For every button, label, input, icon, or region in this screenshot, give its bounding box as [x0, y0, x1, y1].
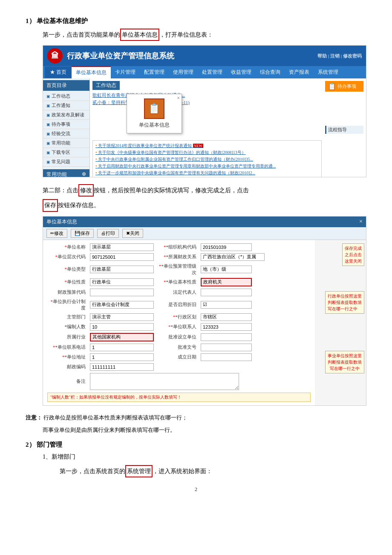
- main-area: 首页目录 工作动态 工作通知 政策发布及解读 待办事项 经验交流 常用功能 下载…: [43, 78, 366, 177]
- page-number: 2: [26, 486, 366, 493]
- notice6[interactable]: 关于正式实施行政事业单位资产管理信息系统的通知（财办[2009]39号）: [95, 176, 319, 177]
- notice3[interactable]: 关于中央行政事业单位附属企业国有资产管理工作归口管理的通知（财办[2010]35…: [95, 156, 319, 163]
- nav-danwei[interactable]: 单位基本信息: [72, 66, 111, 78]
- step2-modify-text: 修改: [80, 187, 92, 194]
- sidebar-item-faq[interactable]: 常见问题: [43, 157, 89, 167]
- input-dwccdd[interactable]: [90, 253, 154, 261]
- input-clrq[interactable]: [201, 353, 252, 361]
- input-lxr[interactable]: [201, 323, 252, 331]
- nav-home[interactable]: ★ 首页: [45, 66, 72, 78]
- input-ssczzl[interactable]: [201, 253, 265, 261]
- step2-modify-box: 修改: [78, 184, 94, 197]
- page-number-text: 2: [195, 486, 198, 492]
- screenshot1: 🏛 行政事业单位资产管理信息系统 帮助 | 注销 | 修改密码 ★ 首页 单位基…: [43, 45, 366, 177]
- sys-logo: 🏛: [47, 48, 63, 64]
- label-lxdh: *单位联系电话: [47, 344, 86, 350]
- sidebar-item-work[interactable]: 工作动态: [43, 92, 89, 101]
- step1-paragraph: 第一步，点击首页功能菜单的单位基本信息，打开单位信息表：: [43, 29, 366, 41]
- close-button[interactable]: ✖关闭: [122, 229, 143, 238]
- nav-dispose[interactable]: 处置管理: [198, 66, 227, 78]
- label-clrq: 成立日期: [158, 354, 196, 360]
- modify-button[interactable]: ✏修改: [46, 229, 67, 238]
- label-dwxz: 单位性质: [47, 279, 86, 285]
- input-dwxz[interactable]: [90, 278, 154, 286]
- step2-end: 按钮保存信息。: [58, 202, 100, 208]
- input-yzbm[interactable]: [90, 363, 154, 371]
- label-zzjgdm: *组织机构代码: [158, 244, 196, 250]
- input-danweimc[interactable]: [90, 243, 154, 251]
- form-row-10: *单位联系电话 批准文号: [47, 344, 311, 351]
- nav-query[interactable]: 综合查询: [256, 66, 285, 78]
- sys-title: 行政事业单位资产管理信息系统: [67, 51, 174, 61]
- label-zhijzd: 单位执行会计制度: [47, 298, 86, 311]
- form-warning: "编制人数"栏：如果填报单位没有规定编制的，按单位实际人数填写！: [47, 393, 311, 402]
- input-ysjl[interactable]: [201, 266, 252, 273]
- section2-sub1-text: 1、新增部门: [43, 454, 75, 460]
- nav-card[interactable]: 卡片管理: [111, 66, 140, 78]
- notice2[interactable]: 关于印发《中央级事业单位国有资产管理暂行办法》的通知（财政[2008]13号）: [95, 149, 319, 156]
- notice5[interactable]: 关于进一步规范和加强中央级事业单位国有资产管理有关问题的通知（财政[2010]2…: [95, 170, 319, 176]
- input-xzqh[interactable]: [201, 313, 252, 321]
- annotation-admin: 行政单位按照这里 判断报表提取数填 写在哪一行之中: [325, 291, 364, 314]
- step1-end-text: ，打开单位信息表：: [159, 32, 213, 38]
- input-fddbr[interactable]: [201, 289, 252, 296]
- form-row-8: *编制人数 *单位联系人: [47, 323, 311, 331]
- nav-sys[interactable]: 系统管理: [314, 66, 343, 78]
- section2-title: 2） 部门管理: [26, 441, 366, 449]
- label-bzrs: *编制人数: [47, 324, 86, 330]
- form-row-9: 所属行业 批准设立单位: [47, 333, 311, 341]
- sys-top-links: 帮助 | 注销 | 修改密码: [317, 53, 362, 59]
- nav-revenue[interactable]: 收益管理: [227, 66, 256, 78]
- step1-link-text: 单位基本信息: [122, 32, 158, 38]
- form-toolbar: ✏修改 💾保存 🖨打印 ✖关闭: [43, 227, 366, 240]
- section1-title: 1） 单位基本信息维护: [26, 17, 366, 25]
- input-bz[interactable]: [90, 373, 239, 390]
- input-pzsldw[interactable]: [201, 333, 252, 341]
- input-lxdh[interactable]: [90, 344, 154, 351]
- print-button[interactable]: 🖨打印: [97, 229, 119, 238]
- input-zgbm[interactable]: [90, 313, 154, 321]
- nav-report[interactable]: 资产报表: [285, 66, 314, 78]
- save-button[interactable]: 💾保存: [71, 229, 94, 238]
- input-dwdz[interactable]: [90, 353, 154, 361]
- form-close-x[interactable]: ×: [359, 218, 363, 225]
- section2-step1: 第一步，点击系统首页的系统管理，进入系统初始界面：: [60, 465, 366, 477]
- form-row-5: 财政预算代码 法定代表人: [47, 289, 311, 296]
- input-jbxz[interactable]: [201, 278, 252, 286]
- sidebar-item-exp[interactable]: 经验交流: [43, 129, 89, 139]
- sidebar-item-policy[interactable]: 政策发布及解读: [43, 110, 89, 120]
- label-bz: 备注: [47, 378, 86, 384]
- sidebar-item-todo[interactable]: 待办事项: [43, 120, 89, 129]
- input-czynsdm[interactable]: [90, 289, 154, 296]
- label-ssczzl: *所属财政关系: [158, 254, 196, 260]
- input-zhijzd[interactable]: [90, 301, 154, 309]
- sidebar: 首页目录 工作动态 工作通知 政策发布及解读 待办事项 经验交流 常用功能 下载…: [43, 78, 90, 177]
- label-fddbr: 法定代表人: [158, 289, 196, 295]
- sidebar-item-common[interactable]: 常用功能: [43, 139, 89, 148]
- notice4[interactable]: 关于启用财政部中央行政事业单位资产管理专用章和财政部中央事业单位资产管理专用章的…: [95, 163, 319, 170]
- form-content-area: 单位名称 *组织机构代码 单位层次代码 *所属财政关系 单位类型 *单位预算管理…: [43, 240, 366, 405]
- step1-text: 第一步，点击首页功能菜单的: [43, 32, 120, 38]
- input-sshy[interactable]: [90, 333, 154, 341]
- annotation-panel: 保存完成 之后点击 这里关闭 行政单位按照这里 判断报表提取数填 写在哪一行之中…: [315, 240, 366, 405]
- notice1[interactable]: 关于填报2014年度行政事业单位资产统计报表通知 NEW: [95, 142, 319, 149]
- input-dwlx[interactable]: [90, 266, 154, 273]
- form-row-7: 主管部门 *行政区划: [47, 313, 311, 321]
- section2-step1-text: 第一步，点击系统首页的: [60, 468, 125, 474]
- note-line2: 而事业单位则是由所属行业来判断报表填写在哪一行。: [43, 427, 176, 433]
- section2-step1-end: ，进入系统初始界面：: [153, 468, 212, 474]
- popup-close-btn[interactable]: ×: [177, 95, 180, 101]
- sidebar-item-download[interactable]: 下载专区: [43, 148, 89, 157]
- nav-use[interactable]: 使用管理: [169, 66, 198, 78]
- nav-config[interactable]: 配置管理: [140, 66, 169, 78]
- section2-step1-link-text: 系统管理: [127, 468, 151, 474]
- label-sshy: 所属行业: [47, 334, 86, 340]
- annotation-enterprise: 事业单位按照这里 判断报表提取数填 写在哪一行之中: [325, 351, 364, 373]
- sidebar-item-notice[interactable]: 工作通知: [43, 101, 89, 110]
- input-pzwh[interactable]: [201, 344, 252, 351]
- form-row-1: 单位名称 *组织机构代码: [47, 243, 311, 251]
- input-zzjgdm[interactable]: [201, 243, 252, 251]
- label-lxr: *单位联系人: [158, 324, 196, 330]
- input-bzrs[interactable]: [90, 323, 154, 331]
- input-zheju[interactable]: [201, 301, 252, 309]
